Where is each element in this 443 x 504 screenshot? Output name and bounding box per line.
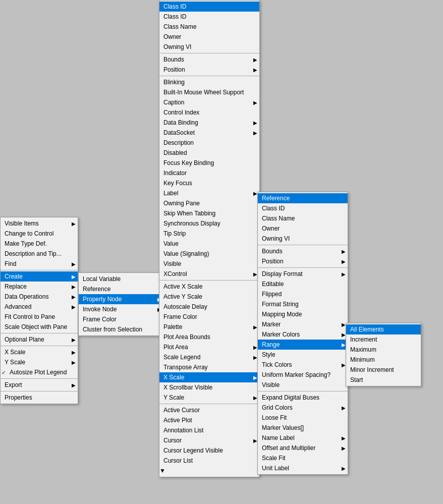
menu4-visible[interactable]: Visible — [258, 380, 348, 390]
menu3-control-index[interactable]: Control Index — [159, 107, 259, 118]
menu4-owning-vi[interactable]: Owning VI — [258, 234, 348, 244]
menu3-builtin-mouse[interactable]: Built-In Mouse Wheel Support — [159, 87, 259, 97]
menu3-blinking[interactable]: Blinking — [159, 77, 259, 87]
menu3-cursor[interactable]: Cursor ▶ — [159, 435, 259, 445]
menu4-owner[interactable]: Owner — [258, 223, 348, 234]
menu3-cursor-list[interactable]: Cursor List — [159, 456, 259, 466]
menu3-annotation-list-label: Annotation List — [163, 427, 203, 434]
menu3-frame-color[interactable]: Frame Color — [159, 312, 259, 322]
menu3-description[interactable]: Description — [159, 138, 259, 148]
menu4-expand-digital[interactable]: Expand Digital Buses — [258, 393, 348, 403]
menu3-value-signaling[interactable]: Value (Signaling) — [159, 249, 259, 259]
menu3-caption[interactable]: Caption ▶ — [159, 97, 259, 107]
menu3-datasocket[interactable]: DataSocket ▶ — [159, 128, 259, 138]
menu2-cluster[interactable]: Cluster from Selection — [79, 324, 163, 334]
menu4-marker-values[interactable]: Marker Values[] — [258, 423, 348, 433]
menu3-data-binding[interactable]: Data Binding ▶ — [159, 118, 259, 128]
menu3-palette[interactable]: Palette ▶ — [159, 322, 259, 332]
menu3-tip-strip[interactable]: Tip Strip — [159, 229, 259, 239]
menu3-owner[interactable]: Owner — [159, 32, 259, 42]
menu3-xcontrol[interactable]: XControl ▶ — [159, 269, 259, 279]
menu1-properties[interactable]: Properties — [1, 393, 78, 403]
menu1-y-scale[interactable]: Y Scale ▶ — [1, 357, 78, 367]
menu4-tick-colors[interactable]: Tick Colors ▶ — [258, 360, 348, 370]
menu5-minor-increment[interactable]: Minor Increment — [346, 365, 421, 375]
menu3-visible[interactable]: Visible — [159, 259, 259, 269]
menu1-replace[interactable]: Replace ▶ — [1, 282, 78, 292]
menu3-scale-legend[interactable]: Scale Legend ▶ — [159, 352, 259, 362]
menu1-visible-items[interactable]: Visible Items ▶ — [1, 218, 78, 229]
menu3-active-x-scale[interactable]: Active X Scale — [159, 282, 259, 292]
menu3-class-id[interactable]: Class ID — [159, 12, 259, 22]
menu3-sync-display[interactable]: Synchronous Display — [159, 218, 259, 229]
menu3-x-scale[interactable]: X Scale ▶ — [159, 372, 259, 382]
menu4-scale-fit[interactable]: Scale Fit — [258, 453, 348, 463]
menu5-start[interactable]: Start — [346, 375, 421, 385]
menu3-value[interactable]: Value — [159, 239, 259, 249]
menu4-class-id[interactable]: Class ID — [258, 203, 348, 213]
menu1-fit-control[interactable]: Fit Control to Pane — [1, 312, 78, 322]
menu2-frame-color[interactable]: Frame Color — [79, 314, 163, 324]
menu3-label[interactable]: Label ▶ — [159, 188, 259, 198]
menu3-owning-vi[interactable]: Owning VI — [159, 42, 259, 52]
menu4-mapping-mode[interactable]: Mapping Mode — [258, 309, 348, 319]
menu4-range[interactable]: Range ▶ — [258, 340, 348, 350]
menu1-create[interactable]: Create ▶ — [1, 271, 78, 282]
menu3-autoscale-delay[interactable]: Autoscale Delay — [159, 302, 259, 312]
menu4-flipped[interactable]: Flipped — [258, 289, 348, 299]
menu1-advanced[interactable]: Advanced ▶ — [1, 302, 78, 312]
menu2-property-node[interactable]: Property Node ▶ — [79, 294, 163, 304]
menu4-bounds[interactable]: Bounds ▶ — [258, 246, 348, 256]
menu5-increment[interactable]: Increment — [346, 334, 421, 345]
menu3-disabled[interactable]: Disabled — [159, 148, 259, 158]
menu1-optional-plane[interactable]: Optional Plane ▶ — [1, 334, 78, 345]
menu2-local-variable[interactable]: Local Variable — [79, 274, 163, 284]
menu5-maximum[interactable]: Maximum — [346, 345, 421, 355]
menu5-minimum[interactable]: Minimum — [346, 355, 421, 365]
menu1-x-scale[interactable]: X Scale ▶ — [1, 347, 78, 357]
menu4-offset-multiplier[interactable]: Offset and Multiplier ▶ — [258, 443, 348, 453]
menu3-plot-area[interactable]: Plot Area ▶ — [159, 342, 259, 352]
menu4-marker[interactable]: Marker ▶ — [258, 319, 348, 329]
menu3-bounds[interactable]: Bounds ▶ — [159, 54, 259, 65]
menu3-class-name[interactable]: Class Name — [159, 22, 259, 32]
menu3-skip-tabbing[interactable]: Skip When Tabbing — [159, 208, 259, 218]
menu4-unit-label[interactable]: Unit Label ▶ — [258, 463, 348, 473]
menu3-scroll-arrow[interactable]: ▼ — [159, 466, 259, 476]
menu3-active-y-scale[interactable]: Active Y Scale — [159, 292, 259, 302]
menu4-grid-colors[interactable]: Grid Colors ▶ — [258, 403, 348, 413]
menu3-y-scale[interactable]: Y Scale ▶ — [159, 393, 259, 403]
menu4-class-name[interactable]: Class Name — [258, 213, 348, 223]
menu4-format-string[interactable]: Format String — [258, 299, 348, 309]
menu2-invoke-node[interactable]: Invoke Node ▶ — [79, 304, 163, 314]
menu1-export[interactable]: Export ▶ — [1, 380, 78, 390]
menu1-change-control[interactable]: Change to Control — [1, 229, 78, 239]
menu1-description[interactable]: Description and Tip... — [1, 249, 78, 259]
menu4-display-format[interactable]: Display Format ▶ — [258, 269, 348, 279]
menu3-position[interactable]: Position ▶ — [159, 65, 259, 75]
menu1-make-type[interactable]: Make Type Def. — [1, 239, 78, 249]
menu1-data-operations[interactable]: Data Operations ▶ — [1, 292, 78, 302]
menu3-owning-pane[interactable]: Owning Pane — [159, 198, 259, 208]
menu1-scale-object[interactable]: Scale Object with Pane — [1, 322, 78, 332]
menu3-active-plot[interactable]: Active Plot — [159, 415, 259, 425]
menu4-loose-fit[interactable]: Loose Fit — [258, 413, 348, 423]
menu4-name-label[interactable]: Name Label ▶ — [258, 433, 348, 443]
menu3-active-cursor[interactable]: Active Cursor — [159, 405, 259, 415]
menu1-find[interactable]: Find ▶ — [1, 259, 78, 269]
menu4-position[interactable]: Position ▶ — [258, 256, 348, 266]
menu3-focus-key[interactable]: Focus Key Binding — [159, 158, 259, 168]
menu3-transpose-array[interactable]: Transpose Array — [159, 362, 259, 372]
menu4-style[interactable]: Style — [258, 350, 348, 360]
menu3-plot-area-bounds[interactable]: Plot Area Bounds — [159, 332, 259, 342]
menu4-marker-colors[interactable]: Marker Colors ▶ — [258, 329, 348, 340]
menu4-editable[interactable]: Editable — [258, 279, 348, 289]
menu3-indicator[interactable]: Indicator — [159, 168, 259, 178]
menu3-key-focus[interactable]: Key Focus — [159, 178, 259, 188]
menu3-cursor-legend[interactable]: Cursor Legend Visible — [159, 445, 259, 456]
menu3-annotation-list[interactable]: Annotation List — [159, 425, 259, 435]
menu1-autosize[interactable]: ✓ Autosize Plot Legend — [1, 367, 78, 377]
menu2-reference[interactable]: Reference — [79, 284, 163, 294]
menu3-x-scrollbar[interactable]: X Scrollbar Visible — [159, 382, 259, 393]
menu4-uniform-marker[interactable]: Uniform Marker Spacing? — [258, 370, 348, 380]
